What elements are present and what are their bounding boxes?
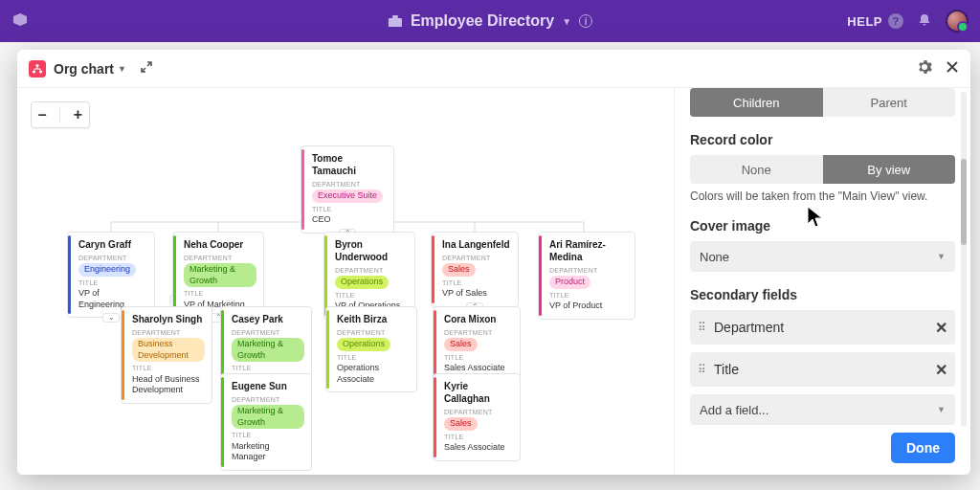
help-link[interactable]: HELP ? — [847, 13, 903, 29]
expand-toggle[interactable]: ⌄ — [102, 313, 120, 323]
chevron-down-icon: ▼ — [937, 252, 946, 261]
zoom-in-button[interactable]: + — [74, 107, 82, 122]
record-color-by-view[interactable]: By view — [823, 155, 956, 184]
grip-icon[interactable]: ⠿ — [698, 324, 704, 330]
grouping-children[interactable]: Children — [690, 88, 823, 117]
grip-icon[interactable]: ⠿ — [698, 367, 704, 372]
app-header: Employee Directory ▼ i HELP ? — [0, 0, 980, 42]
node-keith[interactable]: Keith Birza DEPARTMENT Operations TITLE … — [325, 306, 417, 392]
node-ina[interactable]: Ina Langenfeld DEPARTMENT Sales TITLE VP… — [431, 232, 519, 307]
remove-field-button[interactable]: ✕ — [935, 319, 947, 337]
svg-point-2 — [35, 63, 38, 66]
remove-field-button[interactable]: ✕ — [935, 361, 947, 379]
expand-icon[interactable] — [140, 60, 153, 78]
zoom-control: – + — [31, 101, 90, 128]
secondary-field-title[interactable]: ⠿ Title ✕ — [690, 352, 955, 387]
scrollbar[interactable] — [961, 92, 967, 427]
node-eugene[interactable]: Eugene Sun DEPARTMENT Marketing & Growth… — [220, 373, 312, 471]
node-ari[interactable]: Ari Ramírez-Medina DEPARTMENT Product TI… — [538, 232, 635, 320]
bell-icon[interactable] — [917, 12, 932, 31]
svg-point-4 — [39, 70, 42, 73]
org-chart-view-icon — [29, 60, 46, 78]
svg-rect-1 — [392, 15, 398, 18]
grouping-segment: Children Parent — [690, 88, 955, 117]
zoom-out-button[interactable]: – — [38, 107, 47, 122]
svg-point-3 — [33, 70, 35, 73]
scrollbar-thumb[interactable] — [961, 159, 967, 245]
node-kyrie[interactable]: Kyrie Callaghan DEPARTMENT Sales TITLE S… — [433, 373, 521, 461]
secondary-field-department[interactable]: ⠿ Department ✕ — [690, 310, 955, 345]
node-sharolyn[interactable]: Sharolyn Singh DEPARTMENT Business Devel… — [121, 306, 212, 404]
svg-rect-0 — [389, 18, 402, 27]
background-timeline — [0, 479, 980, 486]
secondary-fields-label: Secondary fields — [690, 287, 955, 302]
modal-header: Org chart ▼ — [17, 50, 970, 88]
briefcase-icon — [388, 13, 403, 29]
chevron-down-icon[interactable]: ▼ — [118, 64, 126, 74]
org-chart-modal: Org chart ▼ – + — [17, 50, 970, 475]
org-chart-canvas[interactable]: – + Tomoe Tamauchi DEPARTMENT — [17, 88, 674, 475]
help-icon: ? — [888, 13, 903, 29]
record-color-none[interactable]: None — [690, 155, 823, 184]
workspace-icon[interactable] — [11, 12, 29, 30]
record-color-hint: Colors will be taken from the "Main View… — [690, 189, 955, 203]
node-neha[interactable]: Neha Cooper DEPARTMENT Marketing & Growt… — [172, 232, 264, 318]
cover-image-label: Cover image — [690, 218, 955, 234]
base-title-wrap[interactable]: Employee Directory ▼ i — [388, 12, 592, 30]
grouping-parent[interactable]: Parent — [823, 88, 956, 117]
base-title: Employee Directory — [411, 12, 554, 30]
add-field-select[interactable]: Add a field... ▼ — [690, 394, 955, 425]
avatar[interactable] — [946, 10, 969, 33]
done-button[interactable]: Done — [891, 433, 955, 463]
node-caryn[interactable]: Caryn Graff DEPARTMENT Engineering TITLE… — [67, 232, 155, 318]
view-name[interactable]: Org chart — [54, 61, 114, 77]
node-ceo[interactable]: Tomoe Tamauchi DEPARTMENT Executive Suit… — [301, 145, 394, 234]
close-icon[interactable] — [946, 60, 959, 78]
record-color-segment: None By view — [690, 155, 955, 184]
chevron-down-icon: ▼ — [562, 16, 571, 27]
cover-image-select[interactable]: None ▼ — [690, 241, 955, 272]
info-icon[interactable]: i — [579, 14, 592, 28]
chevron-down-icon: ▼ — [937, 405, 946, 414]
node-cora[interactable]: Cora Mixon DEPARTMENT Sales TITLE Sales … — [433, 306, 521, 382]
record-color-label: Record color — [690, 132, 955, 147]
gear-icon[interactable] — [917, 59, 932, 78]
settings-panel: Children Parent Record color None By vie… — [674, 88, 970, 475]
